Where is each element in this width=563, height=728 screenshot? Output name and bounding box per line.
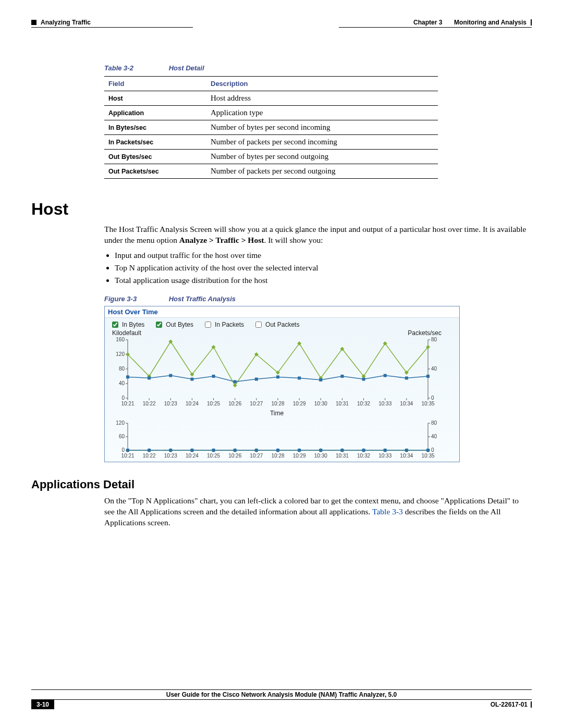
checkbox-in-packets[interactable] [205,322,211,328]
vertical-rule-icon [531,701,532,708]
host-bullet-list: Input and output traffic for the host ov… [105,249,527,287]
svg-text:0: 0 [431,447,434,453]
svg-rect-120 [405,449,408,452]
field-cell: Out Packets/sec [104,164,206,179]
svg-text:10:31: 10:31 [336,401,349,406]
svg-text:10:24: 10:24 [186,453,199,459]
svg-text:40: 40 [431,366,437,372]
table-row: Out Bytes/secNumber of bytes per second … [104,150,438,164]
svg-rect-58 [340,375,344,378]
svg-text:10:35: 10:35 [421,401,434,406]
chart-plot-main: 040801201600408010:2110:2210:2310:2410:2… [110,337,444,410]
chart-plot-sub: 0601200408010:2110:2210:2310:2410:2510:2… [110,420,444,462]
apps-detail-para: On the "Top N Applications" chart, you c… [104,496,527,528]
svg-text:60: 60 [119,434,125,439]
figure-caption-label: Figure 3-3 [104,295,167,303]
svg-rect-107 [126,449,129,452]
checkbox-in-bytes[interactable] [112,322,118,328]
svg-text:40: 40 [431,434,437,439]
section-applications-detail-heading: Applications Detail [31,478,527,491]
legend-out-bytes[interactable]: Out Bytes [154,320,193,329]
host-intro-para: The Host Traffic Analysis Screen will sh… [104,224,527,246]
svg-text:10:22: 10:22 [143,401,156,406]
svg-text:10:26: 10:26 [228,453,241,459]
desc-cell: Application type [206,106,438,120]
svg-text:10:27: 10:27 [250,453,263,459]
svg-rect-57 [319,378,322,381]
col-field: Field [104,77,206,91]
doc-number: OL-22617-01 [491,701,528,708]
table-row: In Packets/secNumber of packets per seco… [104,135,438,150]
svg-text:80: 80 [431,420,437,426]
legend-out-packets[interactable]: Out Packets [253,320,299,329]
svg-text:10:33: 10:33 [378,453,391,459]
host-para-post: . It will show you: [264,236,323,244]
svg-text:10:35: 10:35 [421,453,434,459]
svg-rect-112 [234,449,237,452]
list-item: Top N application activity of the host o… [115,262,527,274]
table-row: In Bytes/secNumber of bytes per second i… [104,120,438,135]
field-cell: Host [104,91,206,106]
svg-rect-48 [126,375,129,378]
svg-text:10:22: 10:22 [143,453,156,459]
svg-text:10:31: 10:31 [336,453,349,459]
svg-text:10:25: 10:25 [207,401,220,406]
svg-rect-53 [234,380,237,383]
svg-text:10:24: 10:24 [186,401,199,406]
svg-rect-50 [169,374,172,377]
svg-rect-55 [276,375,279,378]
host-detail-table: Field Description HostHost addressApplic… [104,76,438,179]
svg-rect-56 [298,376,301,379]
svg-text:10:23: 10:23 [164,401,177,406]
svg-text:0: 0 [121,447,125,453]
svg-text:0: 0 [121,395,125,401]
header-rule-left [31,27,193,28]
desc-cell: Host address [206,91,438,106]
desc-cell: Number of packets per second outgoing [206,164,438,179]
svg-text:80: 80 [119,366,125,372]
svg-text:10:30: 10:30 [314,453,327,459]
checkbox-out-packets[interactable] [255,322,262,328]
svg-text:80: 80 [431,337,437,342]
svg-text:10:23: 10:23 [164,453,177,459]
table-caption-title: Host Detail [169,64,204,72]
field-cell: Out Bytes/sec [104,150,206,164]
svg-rect-109 [169,449,172,452]
svg-rect-113 [255,449,258,452]
svg-text:10:30: 10:30 [314,401,327,406]
svg-rect-108 [148,449,151,452]
list-item: Input and output traffic for the host ov… [115,249,527,262]
svg-text:10:28: 10:28 [271,453,284,459]
y-axis-left-label: Kilodefault [112,329,141,337]
page-footer: User Guide for the Cisco Network Analysi… [31,689,532,709]
y-axis-right-label: Packets/sec [408,329,442,337]
table-row: HostHost address [104,91,438,106]
chart-legend: In Bytes Out Bytes In Packets Out Packet… [105,318,459,329]
svg-rect-110 [190,449,193,452]
svg-text:10:29: 10:29 [293,453,306,459]
header-chapter-title: Monitoring and Analysis [454,19,527,26]
svg-rect-62 [426,375,430,378]
svg-rect-116 [319,449,322,452]
table-caption-label: Table 3-2 [104,64,167,72]
svg-text:10:29: 10:29 [293,401,306,406]
chart-title: Host Over Time [105,306,459,318]
cross-reference-link[interactable]: Table 3-3 [372,507,403,516]
desc-cell: Number of bytes per second incoming [206,120,438,135]
field-cell: In Packets/sec [104,135,206,150]
header-chapter: Chapter 3 [413,19,442,26]
field-cell: Application [104,106,206,120]
svg-rect-114 [276,449,279,452]
table-caption: Table 3-2 Host Detail [104,64,527,72]
legend-in-packets[interactable]: In Packets [203,320,244,329]
field-cell: In Bytes/sec [104,120,206,135]
svg-text:0: 0 [431,395,434,401]
checkbox-out-bytes[interactable] [156,322,162,328]
host-over-time-chart: Host Over Time In Bytes Out Bytes In Pac… [104,306,460,462]
legend-in-bytes[interactable]: In Bytes [110,320,144,329]
section-host-heading: Host [31,200,527,219]
svg-rect-117 [340,449,344,452]
svg-text:10:21: 10:21 [121,453,134,459]
desc-cell: Number of bytes per second outgoing [206,150,438,164]
svg-rect-59 [362,377,365,380]
